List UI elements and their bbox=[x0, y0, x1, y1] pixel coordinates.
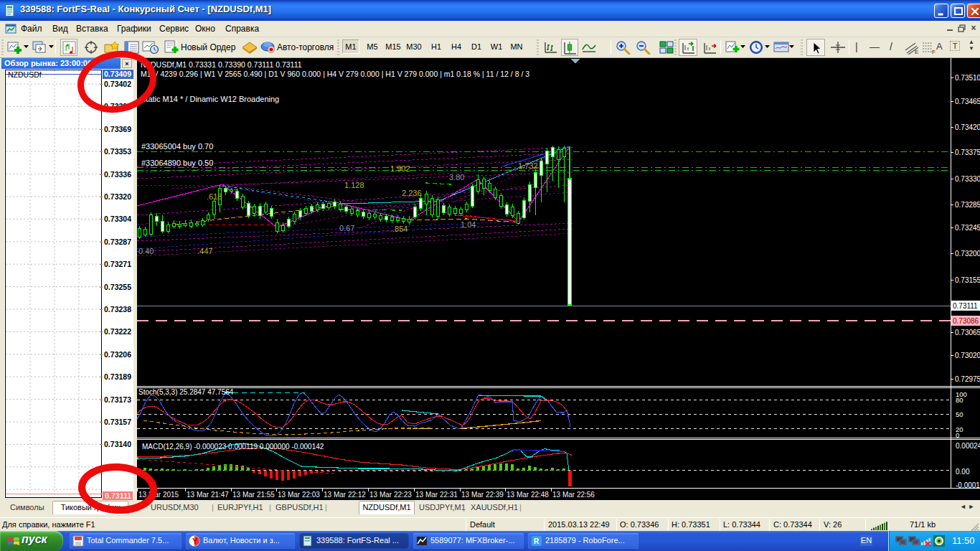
svg-text:0.73285: 0.73285 bbox=[955, 201, 980, 209]
svg-text:3.80: 3.80 bbox=[449, 173, 464, 182]
svg-text:0.73200: 0.73200 bbox=[955, 250, 980, 258]
svg-text:13 Mar 21:47: 13 Mar 21:47 bbox=[187, 491, 229, 499]
svg-text:E: E bbox=[915, 49, 918, 55]
svg-text:1.128: 1.128 bbox=[344, 181, 364, 189]
svg-text:#33064890 buy 0.50: #33064890 buy 0.50 bbox=[141, 159, 213, 167]
svg-text:50: 50 bbox=[956, 410, 963, 418]
svg-text:.854: .854 bbox=[392, 225, 407, 233]
svg-text:13 Mar 22:12: 13 Mar 22:12 bbox=[324, 491, 366, 499]
svg-text:13 Mar 22:31: 13 Mar 22:31 bbox=[415, 491, 458, 499]
svg-text:0.73111: 0.73111 bbox=[953, 302, 978, 310]
svg-text:0.73375: 0.73375 bbox=[955, 149, 980, 156]
svg-text:0.000244: 0.000244 bbox=[956, 442, 980, 450]
svg-text:0.73020: 0.73020 bbox=[955, 352, 980, 359]
svg-text:0.72975: 0.72975 bbox=[955, 375, 980, 383]
svg-text:0.73510: 0.73510 bbox=[955, 74, 980, 82]
svg-text:0.40: 0.40 bbox=[138, 247, 154, 255]
svg-text:R: R bbox=[534, 537, 540, 545]
svg-text:0.73330: 0.73330 bbox=[955, 175, 980, 183]
svg-text:0.73155: 0.73155 bbox=[955, 276, 980, 284]
svg-text:.618: .618 bbox=[207, 192, 222, 201]
svg-text:0.67: 0.67 bbox=[339, 224, 354, 232]
svg-text:80: 80 bbox=[956, 396, 963, 404]
svg-text:0.73086: 0.73086 bbox=[953, 317, 979, 325]
svg-text:1.04: 1.04 bbox=[461, 220, 476, 229]
svg-text:2.236: 2.236 bbox=[402, 189, 422, 197]
svg-text:13 Mar 21:55: 13 Mar 21:55 bbox=[232, 491, 275, 499]
svg-text:13 Mar 2015: 13 Mar 2015 bbox=[138, 491, 179, 499]
svg-text:0.73465: 0.73465 bbox=[955, 98, 980, 105]
svg-text:13 Mar 22:56: 13 Mar 22:56 bbox=[552, 491, 595, 499]
svg-text:1.732: 1.732 bbox=[518, 161, 538, 170]
svg-text:#33065004 buy 0.70: #33065004 buy 0.70 bbox=[141, 142, 213, 151]
svg-text:M1 V 4239 0.296 | W1 V 2565: M1 V 4239 0.296 | W1 V 2565 0.490 | D1 V… bbox=[141, 70, 529, 78]
svg-text:0.73065: 0.73065 bbox=[955, 329, 980, 336]
svg-text:0.73420: 0.73420 bbox=[955, 123, 980, 131]
svg-text:F: F bbox=[932, 49, 936, 55]
svg-text:Static M14 * / Dinamic W: Static M14 * / Dinamic W12 Broadening bbox=[141, 95, 279, 103]
svg-text:.447: .447 bbox=[197, 247, 212, 255]
svg-text:13 Mar 22:48: 13 Mar 22:48 bbox=[507, 491, 549, 499]
svg-text:0.00: 0.00 bbox=[956, 468, 970, 476]
svg-text:13 Mar 22:39: 13 Mar 22:39 bbox=[461, 491, 504, 499]
svg-text:0.73245: 0.73245 bbox=[955, 224, 980, 232]
svg-text:NZDUSDf,M1 0.73331 0.73390 0.: NZDUSDf,M1 0.73331 0.73390 0.73111 0.731… bbox=[141, 60, 302, 69]
svg-text:Stoch(5,3,3) 25.2847 47.7564: Stoch(5,3,3) 25.2847 47.7564 bbox=[138, 388, 234, 396]
svg-text:13 Mar 22:03: 13 Mar 22:03 bbox=[278, 491, 320, 499]
svg-text:Y: Y bbox=[192, 537, 198, 545]
svg-text:13 Mar 22:23: 13 Mar 22:23 bbox=[369, 491, 412, 499]
svg-text:MACD(12,26,9) -0.000023 0.0001: MACD(12,26,9) -0.000023 0.000119 0.00000… bbox=[142, 443, 324, 451]
svg-text:1.902: 1.902 bbox=[390, 164, 410, 173]
